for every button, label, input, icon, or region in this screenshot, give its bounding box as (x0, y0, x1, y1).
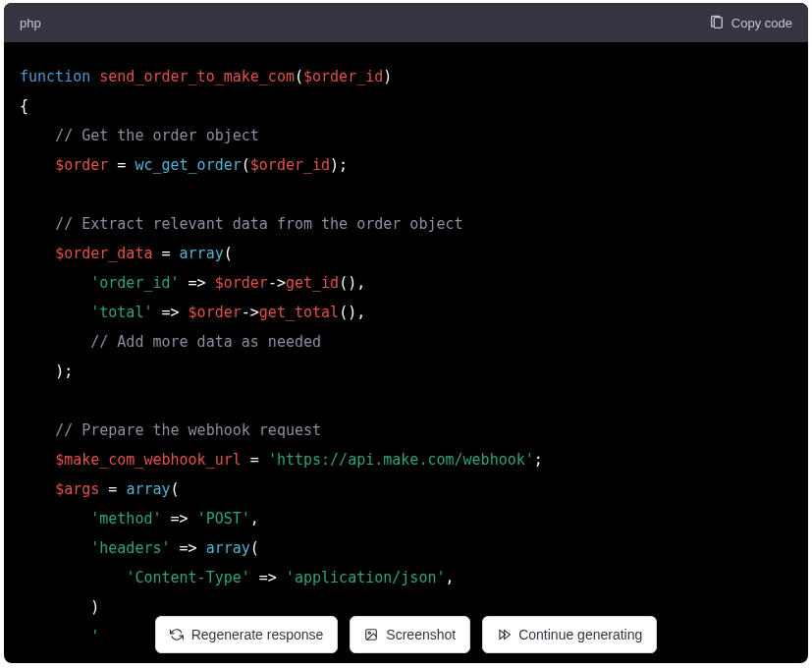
screenshot-icon (364, 628, 378, 641)
code-token: { (20, 97, 28, 115)
code-header: php Copy code (4, 3, 808, 42)
code-token (20, 156, 55, 174)
code-token: ) (90, 598, 99, 616)
code-token: 'https://api.make.com/webhook' (268, 451, 534, 469)
code-token: $order (55, 156, 108, 174)
code-block: php Copy code function send_order_to_mak… (4, 3, 808, 663)
code-token (20, 362, 55, 380)
screenshot-button[interactable]: Screenshot (350, 616, 470, 653)
code-token: get_id (286, 274, 339, 292)
code-token: // Add more data as needed (90, 333, 321, 351)
code-token: 'method' (90, 510, 161, 528)
code-token: ); (55, 362, 73, 380)
language-label: php (20, 16, 41, 30)
code-token: ( (171, 480, 180, 498)
code-token: $order_id (250, 156, 330, 174)
code-token: = (152, 245, 179, 262)
code-token: ( (224, 245, 233, 262)
code-token: (), (339, 274, 365, 292)
code-token (20, 215, 55, 233)
code-token: , (446, 569, 455, 586)
code-token (20, 274, 90, 292)
code-token (20, 421, 55, 439)
regenerate-button[interactable]: Regenerate response (155, 616, 339, 653)
code-token: = (242, 451, 268, 469)
code-token: $make_com_webhook_url (55, 451, 242, 469)
screenshot-label: Screenshot (386, 627, 456, 642)
code-token: => (162, 510, 197, 528)
regenerate-label: Regenerate response (191, 627, 324, 642)
code-token: 'POST' (197, 510, 250, 528)
svg-point-2 (368, 632, 370, 634)
code-token: $order (215, 274, 268, 292)
code-token (20, 333, 90, 351)
code-token (20, 569, 126, 586)
code-token: array (126, 480, 170, 498)
code-token: array (180, 245, 224, 262)
regenerate-icon (170, 628, 184, 641)
copy-code-label: Copy code (731, 16, 792, 30)
code-token: => (250, 569, 286, 586)
code-token: ( (242, 156, 250, 174)
code-token: // Extract relevant data from the order … (55, 215, 462, 233)
continue-label: Continue generating (518, 627, 642, 642)
code-token (90, 68, 99, 85)
code-token: ) (383, 68, 392, 85)
code-token: ); (330, 156, 348, 174)
code-token: $order (189, 304, 242, 321)
code-token: $order_data (55, 245, 152, 262)
continue-icon (497, 628, 511, 641)
code-token: 'order_id' (90, 274, 179, 292)
code-token: ( (295, 68, 303, 85)
code-token: => (171, 539, 206, 557)
code-token: 'Content-Type' (126, 569, 249, 586)
code-token: 'headers' (90, 539, 170, 557)
clipboard-icon (709, 15, 725, 30)
code-token: ; (534, 451, 543, 469)
code-token: array (206, 539, 250, 557)
code-token: function (20, 68, 90, 85)
code-token: wc_get_order (135, 156, 241, 174)
code-token: = (108, 156, 135, 174)
continue-button[interactable]: Continue generating (482, 616, 657, 653)
copy-code-button[interactable]: Copy code (709, 15, 792, 30)
code-token (20, 127, 55, 144)
code-token (20, 304, 90, 321)
code-token: // Prepare the webhook request (55, 421, 321, 439)
code-token: = (99, 480, 126, 498)
code-token (20, 598, 90, 616)
code-token: ( (250, 539, 259, 557)
code-token: (), (339, 304, 365, 321)
code-token: $args (55, 480, 99, 498)
code-token (20, 480, 55, 498)
action-bar: Regenerate response Screenshot Continue … (4, 616, 808, 653)
code-body[interactable]: function send_order_to_make_com($order_i… (4, 42, 808, 663)
code-token: -> (268, 274, 286, 292)
code-token (20, 245, 55, 262)
svg-rect-0 (714, 18, 722, 28)
code-token: // Get the order object (55, 127, 259, 144)
code-token: => (180, 274, 215, 292)
code-token: 'application/json' (286, 569, 446, 586)
code-token: 'total' (90, 304, 152, 321)
code-token: get_total (259, 304, 339, 321)
code-token (20, 451, 55, 469)
code-token (20, 510, 90, 528)
code-token: -> (242, 304, 259, 321)
code-token: $order_id (303, 68, 383, 85)
code-token (20, 539, 90, 557)
code-token: => (152, 304, 188, 321)
code-token: , (250, 510, 259, 528)
code-token: send_order_to_make_com (99, 68, 295, 85)
